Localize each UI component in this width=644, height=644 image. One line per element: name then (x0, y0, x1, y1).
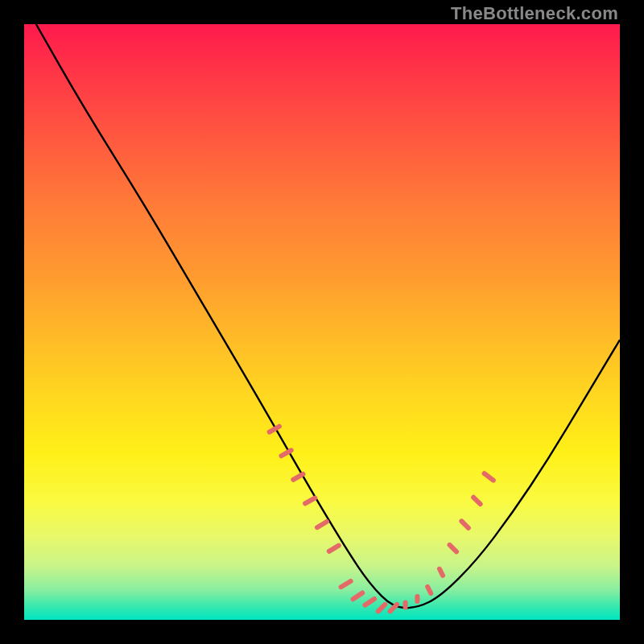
highlight-tick (403, 601, 408, 610)
plot-area (24, 24, 620, 620)
chart-svg (24, 24, 620, 620)
highlight-tick (481, 470, 497, 484)
highlight-tick (314, 518, 330, 530)
highlight-markers (266, 423, 497, 615)
highlight-tick (361, 596, 378, 609)
highlight-tick (424, 584, 434, 597)
highlight-tick (337, 578, 353, 590)
highlight-tick (302, 494, 318, 506)
highlight-tick (415, 594, 419, 604)
highlight-tick (326, 542, 342, 554)
highlight-tick (446, 542, 460, 555)
highlight-tick (470, 494, 484, 508)
highlight-tick (349, 589, 365, 602)
highlight-tick (458, 518, 472, 531)
highlight-tick (375, 601, 389, 615)
highlight-tick (436, 566, 446, 579)
attribution-watermark: TheBottleneck.com (451, 3, 618, 24)
